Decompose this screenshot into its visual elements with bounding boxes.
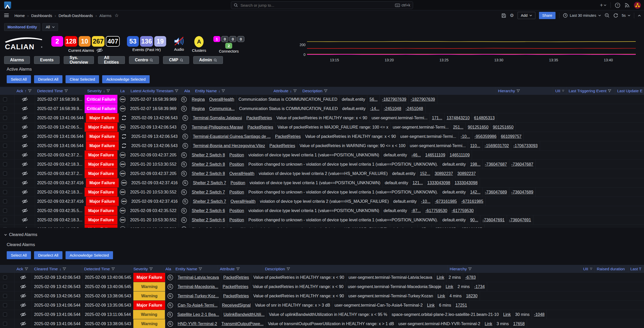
filter-icon[interactable] bbox=[562, 89, 564, 92]
column-header-description[interactable]: Description bbox=[263, 265, 448, 273]
column-header-latest-activity-timestam[interactable]: Latest Activity Timestam bbox=[128, 87, 182, 95]
last-update-event-cell[interactable]: 146511109 bbox=[448, 150, 472, 159]
uii-cell[interactable]: -67... bbox=[418, 225, 431, 228]
favorite-star-icon[interactable]: ☆ bbox=[115, 13, 119, 18]
refresh-interval-picker[interactable]: 5s bbox=[622, 13, 630, 18]
attribute-cell[interactable]: PacketRetries bbox=[267, 141, 297, 150]
last-triggering-cell[interactable]: 17658 bbox=[511, 319, 527, 328]
nav-button-alarms[interactable]: Alarms bbox=[4, 56, 30, 64]
attribute-cell[interactable]: Communica... bbox=[207, 104, 237, 113]
select-all-button[interactable]: Select All bbox=[7, 251, 31, 259]
filter-icon[interactable] bbox=[199, 267, 202, 271]
uii-cell[interactable]: -10... bbox=[419, 197, 433, 206]
ack-eye-slash-icon[interactable] bbox=[20, 321, 26, 326]
last-triggering-cell[interactable]: -6783 bbox=[463, 273, 478, 282]
entity-cell[interactable]: Shelter 2 Switch 6 bbox=[190, 215, 227, 224]
column-header-ala[interactable]: Ala bbox=[182, 87, 193, 95]
uii-cell[interactable]: 56... bbox=[367, 95, 380, 104]
attribute-cell[interactable]: PacketRetries bbox=[221, 291, 251, 300]
connector-count-badge[interactable]: 0 bbox=[237, 36, 244, 42]
column-header-attribute[interactable]: Attribute bbox=[218, 265, 263, 273]
last-triggering-event-cell[interactable]: -956359986 bbox=[472, 132, 499, 141]
ack-eye-slash-icon[interactable] bbox=[20, 302, 26, 308]
nav-button-admin[interactable]: Admin bbox=[193, 56, 223, 64]
nav-button-events[interactable]: Events bbox=[34, 56, 59, 64]
column-header-ack[interactable]: Ack bbox=[14, 265, 32, 273]
filter-icon[interactable] bbox=[111, 267, 115, 271]
row-checkbox[interactable] bbox=[3, 218, 7, 222]
event-count-badge[interactable]: 136 bbox=[140, 36, 153, 47]
column-header-uii[interactable]: UII bbox=[581, 265, 595, 273]
acknowledge-selected-button[interactable]: Acknowledge Selected bbox=[66, 251, 113, 259]
add-button[interactable]: Add bbox=[518, 12, 535, 19]
attribute-cell[interactable]: Position bbox=[227, 160, 246, 169]
attribute-cell[interactable]: PacketRetries bbox=[221, 282, 251, 291]
last-triggering-event-cell[interactable]: -1569031702 bbox=[482, 141, 511, 150]
entity-cell[interactable]: Regina bbox=[190, 95, 207, 104]
event-count-badge[interactable]: 19 bbox=[154, 36, 166, 47]
column-header-last-triggering-event[interactable]: Last Triggering Event bbox=[567, 87, 615, 95]
share-button[interactable]: Share bbox=[539, 12, 556, 19]
filter-icon[interactable] bbox=[222, 89, 225, 92]
ack-eye-slash-icon[interactable] bbox=[22, 106, 28, 111]
zoom-out-time-icon[interactable] bbox=[605, 13, 610, 18]
ack-eye-slash-icon[interactable] bbox=[22, 124, 28, 130]
last-update-event-cell[interactable]: 30892237 bbox=[455, 169, 478, 178]
alarm-zoom-icon[interactable] bbox=[181, 124, 187, 130]
row-checkbox[interactable] bbox=[3, 172, 7, 175]
column-header-entity-name[interactable]: Entity Name bbox=[173, 265, 218, 273]
last-triggering-cell[interactable]: -1734 bbox=[472, 282, 487, 291]
row-checkbox[interactable] bbox=[3, 97, 7, 101]
alarm-count-badge[interactable]: 407 bbox=[106, 36, 120, 47]
attribute-cell[interactable]: PacketRetries bbox=[244, 113, 275, 122]
alarm-zoom-icon[interactable] bbox=[167, 284, 173, 290]
alarm-zoom-icon[interactable] bbox=[182, 133, 188, 140]
entity-cell[interactable]: Can-To-Asia4-Termi... bbox=[175, 301, 220, 310]
ack-eye-slash-icon[interactable] bbox=[22, 226, 28, 228]
last-update-event-cell[interactable]: -617759530 bbox=[449, 206, 476, 215]
alarm-zoom-icon[interactable] bbox=[181, 106, 187, 112]
ack-eye-slash-icon[interactable] bbox=[20, 312, 26, 317]
filter-icon[interactable] bbox=[28, 89, 31, 92]
column-header-cleared-time[interactable]: Cleared Time↓ bbox=[32, 265, 82, 273]
ack-eye-slash-icon[interactable] bbox=[20, 293, 26, 298]
ack-eye-slash-icon[interactable] bbox=[22, 97, 28, 102]
deselect-all-button[interactable]: Deselect All bbox=[34, 75, 62, 83]
column-header-la[interactable]: La bbox=[118, 87, 128, 95]
entity-cell[interactable]: Shelter 2 Switch 7 bbox=[191, 197, 228, 206]
filter-icon[interactable] bbox=[293, 89, 297, 92]
attribute-cell[interactable]: OverallHealth bbox=[207, 95, 237, 104]
last-triggering-event-cell[interactable]: -1827907639 bbox=[380, 95, 408, 104]
breadcrumb-item[interactable]: Dashboards bbox=[31, 13, 52, 18]
select-all-button[interactable]: Select All bbox=[7, 75, 31, 83]
uii-cell[interactable]: 198... bbox=[468, 160, 483, 169]
uii-cell[interactable]: 110... bbox=[468, 141, 482, 150]
attribute-cell[interactable]: OverallHealth bbox=[227, 225, 257, 228]
filter-icon[interactable] bbox=[107, 89, 110, 92]
time-range-picker[interactable]: Last 30 minutes bbox=[563, 13, 601, 18]
row-checkbox[interactable] bbox=[3, 190, 7, 194]
attribute-cell[interactable]: PacketRetries bbox=[245, 123, 276, 132]
attribute-cell[interactable]: PacketRetries bbox=[221, 273, 252, 282]
attribute-cell[interactable]: TransmitOutputPowe... bbox=[219, 319, 266, 328]
column-header-detected-time[interactable]: Detected Time bbox=[82, 265, 131, 273]
entity-cell[interactable]: Shelter 2 Switch 7 bbox=[190, 188, 227, 197]
entity-cell[interactable]: Terminal-Equatorial Guinea:Santiago de .… bbox=[191, 132, 273, 141]
variable-value-dropdown[interactable]: All bbox=[42, 23, 58, 31]
last-update-event-cell[interactable]: -673161985 bbox=[459, 197, 486, 206]
attribute-cell[interactable]: ReceivedSignal bbox=[220, 301, 253, 310]
last-triggering-event-cell[interactable]: -673161987 bbox=[432, 225, 458, 228]
last-triggering-cell[interactable]: 18230 bbox=[464, 291, 480, 300]
collapse-toolbar-icon[interactable] bbox=[638, 14, 641, 17]
filter-icon[interactable] bbox=[287, 267, 290, 271]
row-checkbox[interactable] bbox=[3, 285, 7, 289]
last-triggering-event-cell[interactable]: -2451048 bbox=[382, 104, 404, 113]
last-triggering-event-cell[interactable]: -736047689 bbox=[483, 188, 509, 197]
column-header-entity-name[interactable]: Entity Name↓ bbox=[193, 87, 271, 95]
alarm-zoom-icon[interactable] bbox=[167, 321, 173, 327]
alarm-zoom-icon[interactable] bbox=[182, 115, 188, 121]
last-update-event-cell[interactable]: -673161987 bbox=[458, 225, 484, 228]
row-checkbox[interactable] bbox=[3, 144, 7, 148]
alarm-zoom-icon[interactable] bbox=[181, 152, 187, 158]
ack-eye-slash-icon[interactable] bbox=[22, 162, 28, 167]
